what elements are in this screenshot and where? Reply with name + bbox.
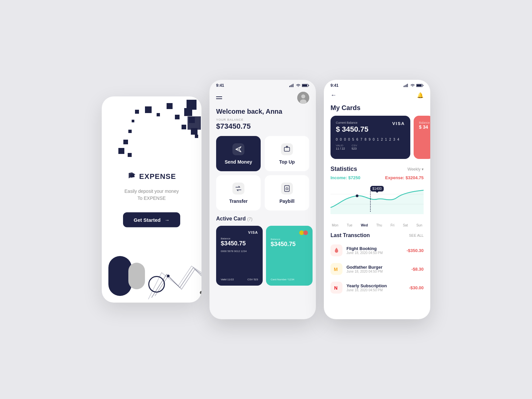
trans-date-2: June 18, 2020 04:50 PM bbox=[346, 288, 405, 292]
top-up-card[interactable]: Top Up bbox=[265, 136, 309, 171]
stats-numbers: Income: $7250 Expense: $3204.75 bbox=[331, 175, 424, 180]
send-money-label: Send Money bbox=[225, 159, 252, 165]
chart-area: $1400 bbox=[331, 184, 424, 221]
svg-rect-28 bbox=[423, 85, 424, 86]
transaction-item-0[interactable]: Flight Booking June 18, 2020 04:50 PM -$… bbox=[324, 241, 430, 260]
coral-card-bal-label: Balance bbox=[419, 121, 428, 124]
svg-rect-8 bbox=[302, 84, 307, 86]
svg-rect-26 bbox=[407, 84, 408, 87]
tagline-line2: To EXPENSE bbox=[138, 196, 166, 201]
day-thu: Thu bbox=[376, 223, 382, 227]
cta-label: Get Started bbox=[134, 217, 161, 223]
chart-days: Mon Tue Wed Thu Fri Sat Sun bbox=[331, 223, 424, 227]
trans-amount-1: -$8.30 bbox=[411, 267, 424, 272]
income-stat: Income: $7250 bbox=[331, 175, 360, 180]
full-card-1[interactable]: Balance $ 34 bbox=[414, 116, 430, 159]
svg-rect-7 bbox=[309, 85, 309, 86]
wifi-icon bbox=[296, 84, 301, 87]
card-item-1[interactable]: Balance $3450.75 Card Number *1234 bbox=[266, 226, 313, 286]
csv-label: CSV 523 bbox=[352, 144, 357, 150]
svg-rect-14 bbox=[281, 143, 293, 155]
transaction-item-1[interactable]: M Godfather Burger June 18, 2020 04:50 P… bbox=[324, 260, 430, 278]
card-balance-label: Balance bbox=[221, 237, 258, 240]
card-number: 0000 5678 9012 1234 bbox=[221, 250, 258, 253]
trans-name-2: Yearly Subscription bbox=[346, 283, 405, 288]
top-up-icon bbox=[280, 143, 294, 156]
airbnb-logo bbox=[331, 244, 342, 256]
svg-rect-29 bbox=[417, 84, 422, 86]
wifi-icon-3 bbox=[410, 84, 415, 87]
card-footer-1: Card Number *1234 bbox=[271, 278, 308, 281]
svg-rect-24 bbox=[405, 85, 406, 87]
splash-screen: EXPENSE Easily deposit your money To EXP… bbox=[102, 96, 201, 303]
arrow-icon: → bbox=[165, 217, 170, 223]
chart-tooltip: $1400 bbox=[370, 186, 384, 192]
logo-area: EXPENSE bbox=[112, 172, 192, 181]
back-button[interactable]: ← bbox=[331, 92, 336, 99]
svg-text:N: N bbox=[334, 285, 337, 291]
mcdonalds-logo: M bbox=[331, 263, 342, 275]
day-mon: Mon bbox=[332, 223, 338, 227]
paybill-label: Paybill bbox=[279, 199, 294, 204]
cards-scroll[interactable]: VISA Balance $3450.75 0000 5678 9012 123… bbox=[209, 226, 316, 291]
netflix-logo: N bbox=[331, 282, 342, 294]
transfer-icon bbox=[232, 182, 245, 195]
home-screen-inner: 9:41 bbox=[209, 80, 316, 319]
trans-date-1: June 18, 2020 04:50 PM bbox=[346, 270, 407, 273]
welcome-text: Welcome back, Anna bbox=[209, 108, 316, 118]
decorations-bottom bbox=[102, 236, 201, 303]
trans-amount-2: -$30.00 bbox=[409, 285, 424, 290]
send-money-icon bbox=[232, 143, 245, 156]
my-cards-title: My Cards bbox=[324, 103, 430, 116]
get-started-button[interactable]: Get Started → bbox=[123, 212, 180, 227]
see-all-button[interactable]: SEE ALL bbox=[409, 233, 424, 237]
cards-horizontal[interactable]: VISA Current Balance $ 3450.75 0 0 0 0 5… bbox=[324, 116, 430, 166]
trans-info-1: Godfather Burger June 18, 2020 04:50 PM bbox=[346, 265, 407, 273]
paybill-card[interactable]: Paybill bbox=[265, 175, 309, 210]
card-item-0[interactable]: VISA Balance $3450.75 0000 5678 9012 123… bbox=[216, 226, 263, 286]
transfer-card[interactable]: Transfer bbox=[216, 175, 261, 210]
svg-rect-18 bbox=[281, 183, 293, 195]
send-money-card[interactable]: Send Money bbox=[216, 136, 261, 171]
transaction-item-2[interactable]: N Yearly Subscription June 18, 2020 04:5… bbox=[324, 278, 430, 297]
tagline: Easily deposit your money To EXPENSE bbox=[112, 188, 192, 202]
trans-date-0: June 18, 2020 04:50 PM bbox=[346, 251, 403, 255]
last-transaction-header: Last Transction SEE ALL bbox=[324, 227, 430, 241]
logo-text: EXPENSE bbox=[139, 172, 176, 181]
balance-amount: $73450.75 bbox=[209, 121, 316, 136]
svg-point-32 bbox=[356, 195, 358, 197]
day-tue: Tue bbox=[347, 223, 352, 227]
status-icons bbox=[289, 84, 309, 87]
decorations-top bbox=[102, 96, 201, 163]
cards-stats-screen: 9:41 bbox=[324, 80, 430, 319]
mountain-decoration bbox=[102, 249, 201, 303]
svg-rect-17 bbox=[232, 183, 244, 195]
home-header bbox=[209, 89, 316, 108]
bell-icon[interactable]: 🔔 bbox=[417, 92, 424, 98]
full-card-bal-label: Current Balance bbox=[336, 121, 405, 124]
card-balance-value: $3450.75 bbox=[221, 240, 258, 247]
valid-label: VALID 11 / 22 bbox=[336, 144, 345, 150]
tagline-line1: Easily deposit your money bbox=[124, 189, 179, 194]
transfer-label: Transfer bbox=[229, 199, 247, 204]
full-card-0[interactable]: VISA Current Balance $ 3450.75 0 0 0 0 5… bbox=[331, 116, 410, 159]
card-valid: Valid 11/22 bbox=[221, 278, 234, 281]
expense-stat: Expense: $3204.75 bbox=[385, 175, 424, 180]
splash-content: EXPENSE Easily deposit your money To EXP… bbox=[112, 172, 192, 227]
trans-info-2: Yearly Subscription June 18, 2020 04:50 … bbox=[346, 283, 405, 292]
hamburger-menu[interactable] bbox=[216, 96, 222, 99]
card-balance-label-1: Balance bbox=[271, 238, 308, 241]
stats-header: Statistics Weekly ▾ bbox=[331, 166, 424, 173]
svg-point-1 bbox=[200, 291, 201, 294]
balance-label: YOUR BALANCE bbox=[209, 118, 316, 121]
status-time-3: 9:41 bbox=[331, 83, 338, 88]
card-footer: Valid 11/22 CSV 523 bbox=[221, 278, 258, 281]
full-card-bottom: VALID 11 / 22 CSV 523 bbox=[336, 144, 405, 150]
stats-filter[interactable]: Weekly ▾ bbox=[408, 167, 424, 172]
trans-name-0: Flight Booking bbox=[346, 246, 403, 251]
user-avatar[interactable] bbox=[297, 92, 309, 104]
coral-card-bal: $ 34 bbox=[419, 124, 428, 130]
svg-text:M: M bbox=[334, 267, 338, 272]
top-up-label: Top Up bbox=[279, 159, 295, 165]
svg-rect-3 bbox=[291, 85, 291, 87]
